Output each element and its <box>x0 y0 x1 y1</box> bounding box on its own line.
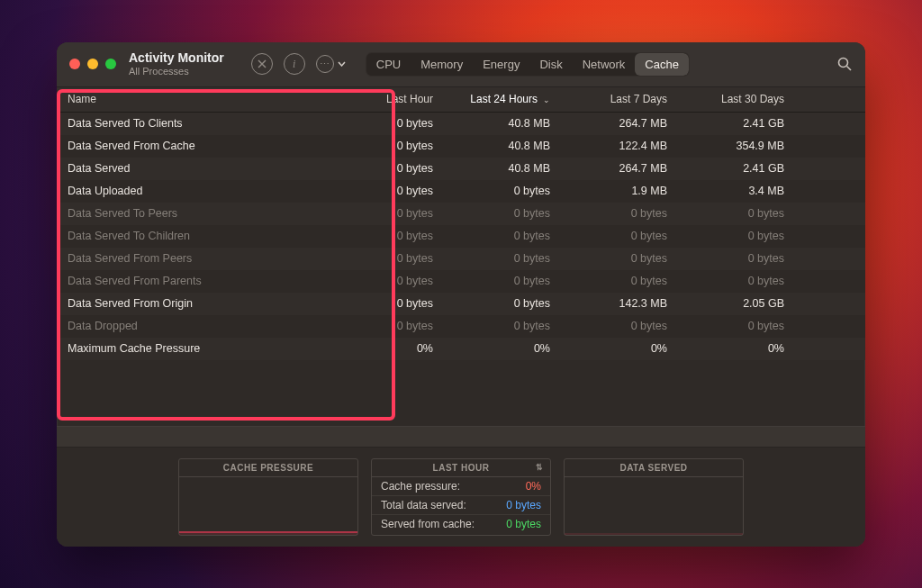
row-value: 0 bytes <box>453 252 570 265</box>
panel-title[interactable]: LAST HOUR ⇅ <box>372 459 550 477</box>
row-value: 264.7 MB <box>570 117 687 130</box>
stop-process-button[interactable] <box>251 53 273 75</box>
row-value: 0 bytes <box>453 185 570 197</box>
panel-title: CACHE PRESSURE <box>179 459 357 477</box>
table-row[interactable]: Data Served From Parents0 bytes0 bytes0 … <box>57 270 865 293</box>
table-row[interactable]: Data Served To Clients0 bytes40.8 MB264.… <box>57 113 865 135</box>
summary-row: Served from cache:0 bytes <box>372 515 550 533</box>
row-name: Maximum Cache Pressure <box>57 342 336 355</box>
row-value: 0 bytes <box>336 275 453 287</box>
row-value: 0 bytes <box>336 140 453 152</box>
row-name: Data Served From Peers <box>57 252 336 265</box>
summary-row: Cache pressure:0% <box>372 477 550 496</box>
panel-title-label: LAST HOUR <box>433 463 490 473</box>
tab-network[interactable]: Network <box>573 53 636 76</box>
row-value: 354.9 MB <box>687 140 804 152</box>
info-button[interactable]: i <box>284 53 305 75</box>
close-window-button[interactable] <box>69 59 80 69</box>
row-value: 122.4 MB <box>570 140 687 152</box>
row-value: 0 bytes <box>453 275 570 287</box>
last-hour-values: Cache pressure:0%Total data served:0 byt… <box>372 477 550 535</box>
minimize-window-button[interactable] <box>87 59 98 69</box>
row-value: 2.41 GB <box>687 162 804 175</box>
row-name: Data Served From Parents <box>57 275 336 287</box>
more-options-button[interactable]: ⋯ <box>316 53 346 75</box>
search-icon <box>836 56 853 72</box>
data-served-graph <box>565 477 743 535</box>
column-header-last-30-days[interactable]: Last 30 Days <box>687 93 804 105</box>
row-value: 264.7 MB <box>570 162 687 175</box>
row-value: 0% <box>336 342 453 355</box>
table-row[interactable]: Data Served To Peers0 bytes0 bytes0 byte… <box>57 203 865 225</box>
table-row[interactable]: Data Served From Cache0 bytes40.8 MB122.… <box>57 135 865 158</box>
info-icon: i <box>293 58 295 71</box>
updown-icon: ⇅ <box>536 463 544 472</box>
row-name: Data Uploaded <box>57 185 336 197</box>
table-header: Name Last Hour Last 24 Hours⌄ Last 7 Day… <box>57 87 865 113</box>
column-header-last-7-days[interactable]: Last 7 Days <box>570 93 687 105</box>
data-served-panel: DATA SERVED <box>564 458 744 536</box>
svg-line-3 <box>847 67 852 71</box>
tab-energy[interactable]: Energy <box>473 53 529 76</box>
summary-value: 0 bytes <box>506 499 541 511</box>
tab-memory[interactable]: Memory <box>411 53 473 76</box>
tab-group: CPUMemoryEnergyDiskNetworkCache <box>366 52 690 77</box>
row-value: 2.05 GB <box>687 297 804 310</box>
toolbar: Activity Monitor All Processes i ⋯ CPUMe… <box>57 42 865 87</box>
row-value: 0 bytes <box>336 320 453 332</box>
tab-disk[interactable]: Disk <box>529 53 572 76</box>
column-header-last-24-hours[interactable]: Last 24 Hours⌄ <box>453 93 570 105</box>
summary-key: Cache pressure: <box>381 480 460 493</box>
window-controls <box>69 59 116 69</box>
window-subtitle: All Processes <box>129 66 224 77</box>
footer-strip <box>57 426 865 448</box>
column-header-name[interactable]: Name <box>57 93 336 105</box>
ellipsis-icon: ⋯ <box>316 55 334 73</box>
summary-panels: CACHE PRESSURE LAST HOUR ⇅ Cache pressur… <box>57 448 865 547</box>
tab-cpu[interactable]: CPU <box>366 53 411 76</box>
row-value: 0 bytes <box>453 320 570 332</box>
summary-value: 0% <box>526 480 541 493</box>
svg-point-2 <box>839 59 848 68</box>
table-row[interactable]: Data Served From Origin0 bytes0 bytes142… <box>57 293 865 315</box>
row-value: 0 bytes <box>687 320 804 332</box>
row-value: 0 bytes <box>336 252 453 265</box>
table-row[interactable]: Data Uploaded0 bytes0 bytes1.9 MB3.4 MB <box>57 180 865 203</box>
column-header-label: Last 24 Hours <box>470 93 538 105</box>
cache-pressure-panel: CACHE PRESSURE <box>178 458 358 536</box>
tab-cache[interactable]: Cache <box>635 53 689 76</box>
row-value: 0 bytes <box>570 320 687 332</box>
row-value: 0 bytes <box>336 297 453 310</box>
row-value: 0 bytes <box>453 230 570 242</box>
row-value: 0% <box>453 342 570 355</box>
row-name: Data Served <box>57 162 336 175</box>
cache-pressure-graph <box>179 477 357 535</box>
row-value: 3.4 MB <box>687 185 804 197</box>
row-value: 0% <box>570 342 687 355</box>
zoom-window-button[interactable] <box>105 59 116 69</box>
search-button[interactable] <box>836 56 853 72</box>
summary-row: Total data served:0 bytes <box>372 496 550 515</box>
column-header-last-hour[interactable]: Last Hour <box>336 93 453 105</box>
row-value: 0 bytes <box>570 275 687 287</box>
table-row[interactable]: Data Served To Children0 bytes0 bytes0 b… <box>57 225 865 248</box>
chevron-down-icon <box>338 61 346 67</box>
table-row[interactable]: Maximum Cache Pressure0%0%0%0% <box>57 338 865 360</box>
row-value: 0 bytes <box>687 275 804 287</box>
row-value: 0 bytes <box>687 230 804 242</box>
row-value: 0 bytes <box>570 252 687 265</box>
table-row[interactable]: Data Dropped0 bytes0 bytes0 bytes0 bytes <box>57 315 865 338</box>
summary-key: Served from cache: <box>381 518 475 530</box>
sort-chevron-down-icon: ⌄ <box>543 95 550 104</box>
table-row[interactable]: Data Served0 bytes40.8 MB264.7 MB2.41 GB <box>57 158 865 180</box>
row-value: 0 bytes <box>336 117 453 130</box>
panel-title: DATA SERVED <box>565 459 743 477</box>
row-value: 0 bytes <box>453 297 570 310</box>
row-value: 0 bytes <box>336 185 453 197</box>
row-value: 40.8 MB <box>453 117 570 130</box>
row-value: 0% <box>687 342 804 355</box>
row-name: Data Dropped <box>57 320 336 332</box>
table-row[interactable]: Data Served From Peers0 bytes0 bytes0 by… <box>57 248 865 270</box>
row-name: Data Served To Children <box>57 230 336 242</box>
row-name: Data Served From Cache <box>57 140 336 152</box>
